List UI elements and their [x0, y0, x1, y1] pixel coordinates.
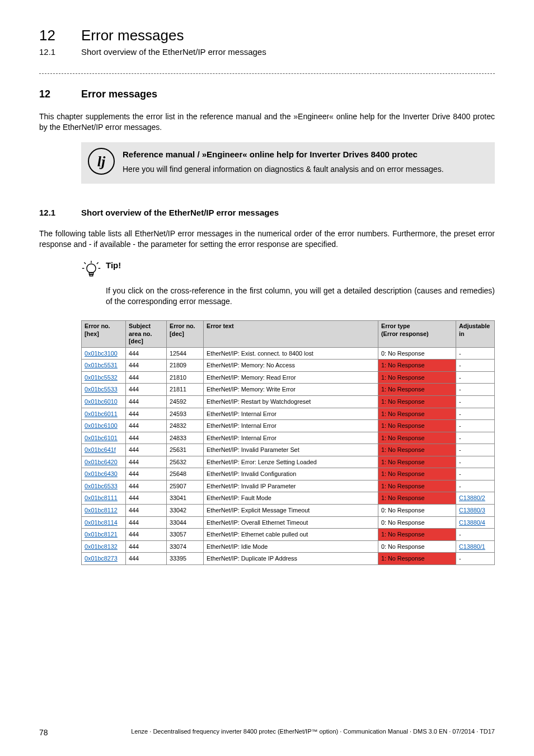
cell-area: 444	[126, 480, 167, 492]
error-hex-link[interactable]: 0x01bc8132	[85, 543, 118, 550]
cell-adj: C13880/2	[456, 492, 495, 505]
cell-type: 0: No Response	[378, 540, 456, 553]
cell-adj: -	[456, 444, 495, 456]
cell-text: EtherNet/IP: Exist. connect. to 8400 los…	[204, 347, 378, 360]
error-hex-link[interactable]: 0x01bc8273	[85, 555, 118, 562]
cell-dec: 33057	[167, 529, 204, 541]
cell-hex: 0x01bc6010	[82, 395, 126, 408]
cell-area: 444	[126, 347, 167, 360]
cell-type: 1: No Response	[378, 360, 456, 372]
th-text: Error text	[204, 321, 378, 347]
cell-dec: 24832	[167, 420, 204, 432]
error-hex-link[interactable]: 0x01bc6533	[85, 483, 118, 489]
cell-type: 1: No Response	[378, 395, 456, 408]
cell-hex: 0x01bc8273	[82, 553, 126, 565]
section-heading: 12 Error messages	[39, 87, 495, 101]
table-row: 0x01bc813244433074EtherNet/IP: Idle Mode…	[82, 540, 495, 553]
table-row: 0x01bc310044412544EtherNet/IP: Exist. co…	[82, 347, 495, 360]
cell-area: 444	[126, 492, 167, 505]
cell-adj: -	[456, 395, 495, 408]
cell-text: EtherNet/IP: Memory: No Access	[204, 360, 378, 372]
error-hex-link[interactable]: 0x01bc8111	[85, 494, 118, 501]
cell-type: 1: No Response	[378, 384, 456, 396]
error-hex-link[interactable]: 0x01bc641f	[85, 446, 116, 453]
cell-hex: 0x01bc8114	[82, 516, 126, 529]
error-hex-link[interactable]: 0x01bc6420	[85, 459, 118, 465]
cell-text: EtherNet/IP: Idle Mode	[204, 540, 378, 553]
callout-title: Reference manual / »Engineer« online hel…	[123, 149, 487, 160]
cell-dec: 33074	[167, 540, 204, 553]
table-row: 0x01bc553144421809EtherNet/IP: Memory: N…	[82, 360, 495, 372]
cell-hex: 0x01bc5533	[82, 384, 126, 396]
cell-area: 444	[126, 420, 167, 432]
cell-dec: 12544	[167, 347, 204, 360]
footer-line: Lenze · Decentralised frequency inverter…	[131, 727, 495, 738]
cell-hex: 0x01bc8132	[82, 540, 126, 553]
cell-dec: 33044	[167, 516, 204, 529]
table-row: 0x01bc553244421810EtherNet/IP: Memory: R…	[82, 371, 495, 384]
cell-adj: C13880/4	[456, 516, 495, 529]
cell-area: 444	[126, 456, 167, 468]
error-hex-link[interactable]: 0x01bc5533	[85, 386, 118, 393]
error-hex-link[interactable]: 0x01bc5532	[85, 374, 118, 381]
table-row: 0x01bc653344425907EtherNet/IP: Invalid I…	[82, 480, 495, 492]
cell-dec: 21811	[167, 384, 204, 396]
cell-type: 1: No Response	[378, 529, 456, 541]
th-dec: Error no.[dec]	[167, 321, 204, 347]
cell-text: EtherNet/IP: Invalid IP Parameter	[204, 480, 378, 492]
cell-adj: -	[456, 384, 495, 396]
error-hex-link[interactable]: 0x01bc3100	[85, 350, 118, 357]
table-row: 0x01bc827344433395EtherNet/IP: Duplicate…	[82, 553, 495, 565]
error-hex-link[interactable]: 0x01bc5531	[85, 362, 118, 368]
cell-adj: -	[456, 432, 495, 444]
error-hex-link[interactable]: 0x01bc6011	[85, 410, 118, 417]
error-hex-link[interactable]: 0x01bc6100	[85, 422, 118, 429]
subchapter-number: 12.1	[39, 46, 81, 58]
page-subheader: 12.1 Short overview of the EtherNet/IP e…	[39, 46, 495, 58]
cell-adj: -	[456, 480, 495, 492]
cell-area: 444	[126, 516, 167, 529]
cell-adj: -	[456, 360, 495, 372]
error-hex-link[interactable]: 0x01bc8121	[85, 531, 118, 538]
tip-block: Tip!	[81, 260, 495, 283]
cell-dec: 25631	[167, 444, 204, 456]
subsection-number: 12.1	[39, 207, 81, 218]
adjustable-link[interactable]: C13880/1	[459, 543, 485, 550]
cell-area: 444	[126, 395, 167, 408]
cell-dec: 24593	[167, 408, 204, 420]
cell-dec: 24833	[167, 432, 204, 444]
cell-hex: 0x01bc8111	[82, 492, 126, 505]
cell-adj: -	[456, 456, 495, 468]
cell-adj: -	[456, 420, 495, 432]
subsection-para: The following table lists all EtherNet/I…	[39, 228, 495, 250]
adjustable-link[interactable]: C13880/3	[459, 507, 485, 514]
cell-area: 444	[126, 540, 167, 553]
error-hex-link[interactable]: 0x01bc6101	[85, 435, 118, 441]
cell-area: 444	[126, 408, 167, 420]
manual-icon: lj	[88, 148, 115, 175]
table-row: 0x01bc641f44425631EtherNet/IP: Invalid P…	[82, 444, 495, 456]
section-intro: This chapter supplements the error list …	[39, 111, 495, 133]
cell-adj: -	[456, 553, 495, 565]
cell-text: EtherNet/IP: Ethernet cable pulled out	[204, 529, 378, 541]
cell-area: 444	[126, 505, 167, 517]
subchapter-title: Short overview of the EtherNet/IP error …	[81, 46, 266, 58]
table-row: 0x01bc610144424833EtherNet/IP: Internal …	[82, 432, 495, 444]
error-hex-link[interactable]: 0x01bc8114	[85, 519, 118, 526]
error-table: Error no.[hex] Subject area no.[dec] Err…	[81, 320, 495, 565]
table-body: 0x01bc310044412544EtherNet/IP: Exist. co…	[82, 347, 495, 564]
cell-adj: C13880/1	[456, 540, 495, 553]
cell-dec: 33041	[167, 492, 204, 505]
cell-dec: 25648	[167, 468, 204, 480]
error-hex-link[interactable]: 0x01bc8112	[85, 507, 118, 514]
cell-hex: 0x01bc6011	[82, 408, 126, 420]
error-hex-link[interactable]: 0x01bc6010	[85, 398, 118, 405]
cell-hex: 0x01bc5531	[82, 360, 126, 372]
error-hex-link[interactable]: 0x01bc6430	[85, 470, 118, 477]
cell-text: EtherNet/IP: Invalid Parameter Set	[204, 444, 378, 456]
adjustable-link[interactable]: C13880/2	[459, 494, 485, 501]
cell-adj: -	[456, 347, 495, 360]
adjustable-link[interactable]: C13880/4	[459, 519, 485, 526]
table-row: 0x01bc642044425632EtherNet/IP: Error: Le…	[82, 456, 495, 468]
cell-adj: -	[456, 371, 495, 384]
